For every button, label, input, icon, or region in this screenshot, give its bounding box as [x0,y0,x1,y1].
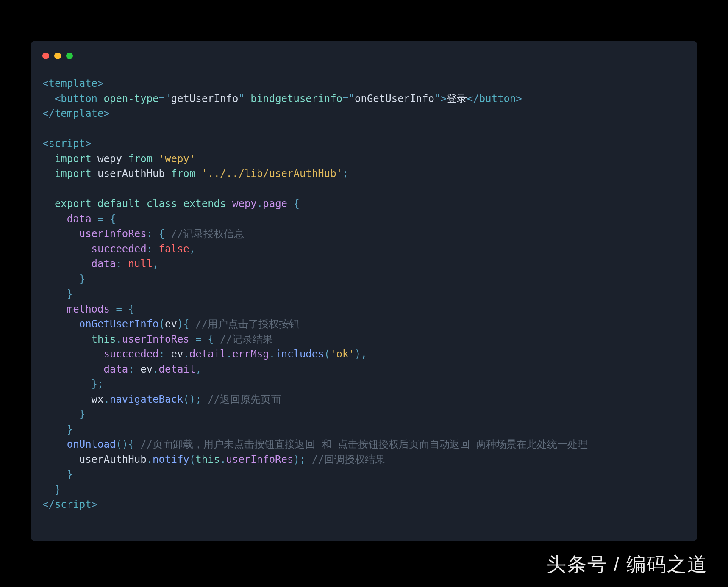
code-token: //记录结果 [220,333,273,345]
code-token: </ [467,93,479,105]
code-token: : [147,228,153,240]
code-token: " [165,93,171,105]
code-token: { [128,438,134,450]
code-token [189,318,195,330]
code-token: false [159,243,189,255]
code-token [97,93,103,105]
code-token: , [189,243,195,255]
code-token: detail [159,363,196,375]
code-token: } [92,378,97,390]
code-token [134,438,140,450]
code-token: class [147,198,177,210]
code-token: detail [189,348,226,360]
code-token: . [220,454,226,465]
code-token [214,333,220,345]
code-token: : [128,363,134,375]
code-token: : [147,243,153,255]
code-token: notify [153,454,189,465]
code-token: < [42,78,48,89]
code-token: { [208,333,214,345]
code-token: ev [171,348,183,360]
code-token: default [97,198,140,210]
code-token: { [293,198,299,210]
code-token: ( [159,318,165,330]
code-token: userAuthHub [79,454,147,465]
code-token: } [67,468,73,480]
code-token: ) [355,348,361,360]
code-token: userInfoRes [79,228,147,240]
maximize-icon[interactable] [66,53,73,59]
close-icon[interactable] [42,53,49,59]
code-token [92,153,97,165]
code-token: . [226,348,232,360]
code-token [92,198,97,210]
code-token [165,168,171,180]
code-token: . [257,198,263,210]
code-token: export [55,198,92,210]
code-token [92,168,97,180]
code-token: this [195,454,220,465]
code-token: . [269,348,275,360]
code-token [189,333,195,345]
code-token: ( [189,454,195,465]
code-token: navigateBack [110,393,183,405]
code-token: " [434,93,440,105]
code-token: onGetUserInfo [79,318,159,330]
code-token: < [42,138,48,150]
code-token [110,303,116,315]
code-token [306,454,311,465]
code-token: ; [195,393,201,405]
code-token: this [92,333,116,345]
code-token: ( [324,348,330,360]
code-token: succeeded [104,348,159,360]
code-token [202,393,208,405]
code-token [226,198,232,210]
code-token: . [153,363,158,375]
code-token [245,93,250,105]
code-token [122,258,128,270]
code-window: <template> <button open-type="getUserInf… [31,41,697,541]
code-token: wx [92,393,104,405]
code-token [202,333,208,345]
code-token: > [516,93,522,105]
code-token: userInfoRes [226,454,294,465]
code-token: //用户点击了授权按钮 [195,318,299,330]
code-token: includes [275,348,324,360]
code-token: wepy [232,198,257,210]
code-token: . [147,454,153,465]
code-token: " [238,93,244,105]
code-token: ( [116,438,122,450]
code-token: ; [342,168,348,180]
code-token: = [342,93,348,105]
code-token: //页面卸载，用户未点击按钮直接返回 和 点击按钮授权后页面自动返回 两种场景在… [140,438,588,450]
code-token [122,153,128,165]
code-token: { [110,213,116,225]
code-token: data [92,258,116,270]
code-token: " [349,93,355,105]
code-token: onUnload [67,438,116,450]
code-token: extends [183,198,226,210]
code-token: ev [165,318,177,330]
code-token: succeeded [92,243,147,255]
code-token: userAuthHub [97,168,165,180]
code-token: ) [293,454,299,465]
code-token: //回调授权结果 [312,454,385,465]
code-token [153,243,158,255]
code-token: : [116,258,122,270]
code-token [165,228,171,240]
code-token: </ [42,108,55,119]
code-token: ) [189,393,195,405]
code-token [195,168,201,180]
code-token: //返回原先页面 [208,393,281,405]
code-token: '../../lib/userAuthHub' [202,168,342,180]
code-token: 'ok' [330,348,355,360]
code-token: ) [122,438,128,450]
code-token [122,303,128,315]
code-token: } [79,273,85,285]
code-token: } [67,288,73,300]
code-token: import [55,168,92,180]
code-token: from [128,153,153,165]
minimize-icon[interactable] [54,53,61,59]
code-token: > [92,498,97,510]
code-token: onGetUserInfo [355,93,434,105]
